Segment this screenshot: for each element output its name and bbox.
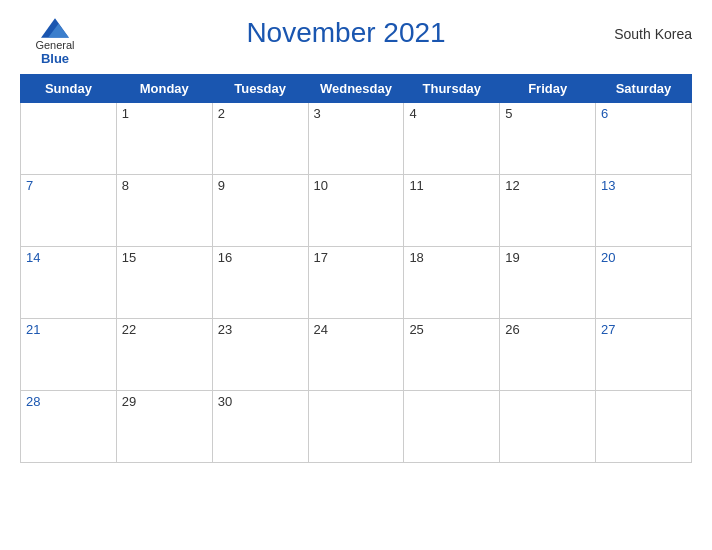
day-number: 30 [218, 394, 232, 409]
day-number: 10 [314, 178, 328, 193]
calendar-cell: 2 [212, 103, 308, 175]
calendar-cell: 3 [308, 103, 404, 175]
calendar-cell: 12 [500, 175, 596, 247]
country-label: South Korea [602, 18, 692, 42]
calendar-cell [21, 103, 117, 175]
calendar-cell: 28 [21, 391, 117, 463]
header-thursday: Thursday [404, 75, 500, 103]
day-number: 20 [601, 250, 615, 265]
header: General Blue November 2021 South Korea [20, 18, 692, 66]
calendar-cell: 13 [596, 175, 692, 247]
day-number: 26 [505, 322, 519, 337]
calendar-cell: 26 [500, 319, 596, 391]
logo-icon [41, 18, 69, 38]
calendar-table: Sunday Monday Tuesday Wednesday Thursday… [20, 74, 692, 463]
day-number: 24 [314, 322, 328, 337]
day-number: 23 [218, 322, 232, 337]
day-number: 11 [409, 178, 423, 193]
calendar-cell: 10 [308, 175, 404, 247]
calendar-cell: 24 [308, 319, 404, 391]
day-number: 5 [505, 106, 512, 121]
day-number: 7 [26, 178, 33, 193]
day-number: 6 [601, 106, 608, 121]
day-number: 28 [26, 394, 40, 409]
day-number: 13 [601, 178, 615, 193]
day-number: 12 [505, 178, 519, 193]
logo: General Blue [20, 18, 90, 66]
calendar-cell: 7 [21, 175, 117, 247]
calendar-cell: 15 [116, 247, 212, 319]
calendar-cell: 5 [500, 103, 596, 175]
header-wednesday: Wednesday [308, 75, 404, 103]
header-sunday: Sunday [21, 75, 117, 103]
day-number: 14 [26, 250, 40, 265]
calendar-cell: 4 [404, 103, 500, 175]
calendar-cell [500, 391, 596, 463]
calendar-page: General Blue November 2021 South Korea S… [0, 0, 712, 550]
calendar-week-5: 282930 [21, 391, 692, 463]
header-tuesday: Tuesday [212, 75, 308, 103]
weekday-header-row: Sunday Monday Tuesday Wednesday Thursday… [21, 75, 692, 103]
day-number: 19 [505, 250, 519, 265]
calendar-cell [404, 391, 500, 463]
day-number: 22 [122, 322, 136, 337]
day-number: 3 [314, 106, 321, 121]
calendar-cell: 19 [500, 247, 596, 319]
day-number: 4 [409, 106, 416, 121]
calendar-cell: 22 [116, 319, 212, 391]
calendar-cell [596, 391, 692, 463]
logo-blue: Blue [41, 51, 69, 66]
calendar-cell: 27 [596, 319, 692, 391]
calendar-cell: 23 [212, 319, 308, 391]
calendar-week-1: 123456 [21, 103, 692, 175]
day-number: 1 [122, 106, 129, 121]
calendar-week-3: 14151617181920 [21, 247, 692, 319]
calendar-cell: 9 [212, 175, 308, 247]
calendar-cell: 20 [596, 247, 692, 319]
calendar-title: November 2021 [90, 18, 602, 49]
calendar-cell: 11 [404, 175, 500, 247]
calendar-cell: 6 [596, 103, 692, 175]
header-saturday: Saturday [596, 75, 692, 103]
day-number: 18 [409, 250, 423, 265]
calendar-cell: 8 [116, 175, 212, 247]
day-number: 17 [314, 250, 328, 265]
day-number: 27 [601, 322, 615, 337]
calendar-cell: 17 [308, 247, 404, 319]
calendar-week-2: 78910111213 [21, 175, 692, 247]
calendar-cell: 25 [404, 319, 500, 391]
calendar-cell: 16 [212, 247, 308, 319]
header-monday: Monday [116, 75, 212, 103]
calendar-cell: 21 [21, 319, 117, 391]
day-number: 8 [122, 178, 129, 193]
day-number: 15 [122, 250, 136, 265]
calendar-cell [308, 391, 404, 463]
calendar-cell: 14 [21, 247, 117, 319]
logo-general: General [35, 39, 74, 51]
day-number: 25 [409, 322, 423, 337]
header-friday: Friday [500, 75, 596, 103]
calendar-cell: 18 [404, 247, 500, 319]
day-number: 21 [26, 322, 40, 337]
day-number: 29 [122, 394, 136, 409]
calendar-week-4: 21222324252627 [21, 319, 692, 391]
calendar-cell: 30 [212, 391, 308, 463]
day-number: 16 [218, 250, 232, 265]
day-number: 9 [218, 178, 225, 193]
calendar-cell: 29 [116, 391, 212, 463]
calendar-cell: 1 [116, 103, 212, 175]
day-number: 2 [218, 106, 225, 121]
